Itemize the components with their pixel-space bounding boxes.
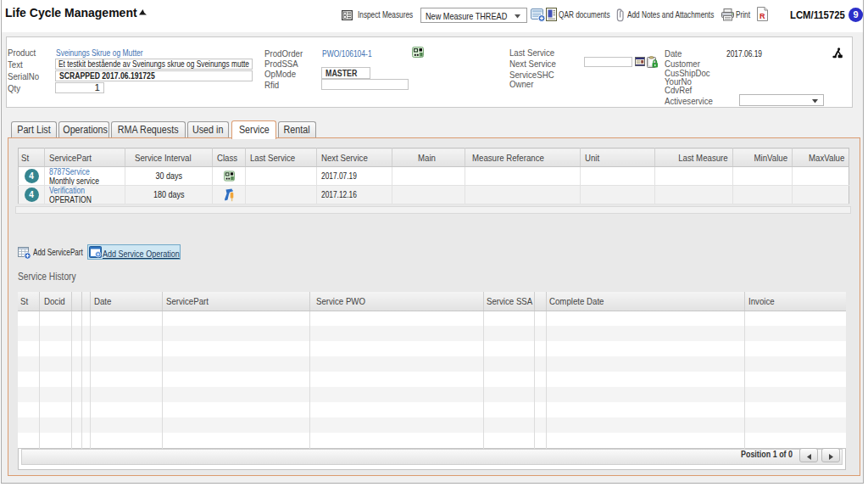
svg-text:R: R: [760, 12, 765, 20]
